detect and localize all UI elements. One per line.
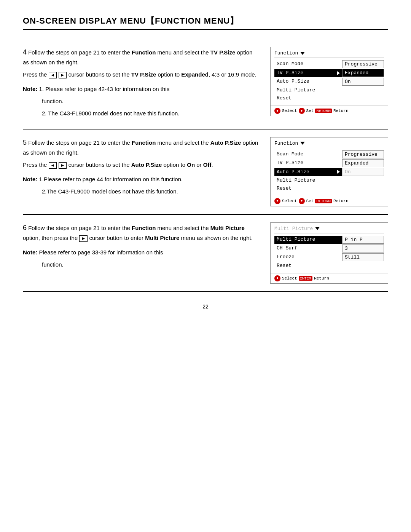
section-6-note: Note: Please refer to page 33-39 for inf… xyxy=(23,248,259,269)
menu-row: Auto P.Size On xyxy=(274,78,384,86)
menu-rows: Multi Picture P in P CH Surf 3 Freeze St… xyxy=(274,236,384,269)
section-5-menu: Function Scan Mode Progressive TV P.Size… xyxy=(270,137,388,206)
select-circle-icon: ● xyxy=(274,198,280,204)
return-label: Return xyxy=(314,276,329,281)
select-circle-icon: ● xyxy=(274,108,280,114)
menu-item-auto-psize: Auto P.Size xyxy=(274,168,342,176)
section-4-note: Note: 1. Please refer to page 42-43 for … xyxy=(23,85,259,118)
menu-arrow-down-icon xyxy=(300,142,305,145)
row-arrow-icon xyxy=(337,170,340,174)
menu-row: CH Surf 3 xyxy=(274,244,384,252)
menu-title: Function xyxy=(274,50,298,56)
menu-rows: Scan Mode Progressive TV P.Size Expanded… xyxy=(274,150,384,192)
section-4-menu: Function Scan Mode Progressive TV P.Size xyxy=(270,47,388,121)
menu-item-ch-surf: CH Surf xyxy=(274,244,342,252)
menu-rows: Scan Mode Progressive TV P.Size Expanded… xyxy=(274,60,384,102)
step-number: 4 xyxy=(23,48,27,56)
menu-value-on: On xyxy=(342,78,384,86)
menu-item-multi-picture: Multi Picture xyxy=(274,177,342,184)
return-label: Return xyxy=(333,109,349,113)
menu-item-scan-mode: Scan Mode xyxy=(274,150,342,158)
section-5-para1: 5 Follow the steps on page 21 to enter t… xyxy=(23,137,259,157)
menu-footer: ● Select ● Set RETURN Return xyxy=(271,105,388,116)
tv-menu-6: Multi Picture Multi Picture P in P CH Su… xyxy=(270,222,388,284)
menu-value-still: Still xyxy=(342,253,384,261)
menu-row: Reset xyxy=(274,94,384,102)
menu-row: TV P.Size Expanded xyxy=(274,69,384,77)
note-line2: 2.The C43-FL9000 model does not have thi… xyxy=(42,187,259,196)
menu-row: Multi Picture xyxy=(274,177,384,184)
select-label: Select xyxy=(282,276,297,281)
note-line1: Note: Please refer to page 33-39 for inf… xyxy=(23,248,259,257)
step-number: 5 xyxy=(23,139,27,146)
menu-arrow-down-icon xyxy=(300,52,305,55)
menu-row: Multi Picture P in P xyxy=(274,236,384,244)
set-label: Set xyxy=(306,199,314,203)
note-line1: Note: 1. Please refer to page 42-43 for … xyxy=(23,85,259,94)
cursor-right-btn: ► xyxy=(59,72,67,79)
section-4: 4 Follow the steps on page 21 to enter t… xyxy=(23,39,388,129)
section-4-para1: 4 Follow the steps on page 21 to enter t… xyxy=(23,47,259,67)
menu-value-empty xyxy=(342,94,384,102)
set-circle-icon: ● xyxy=(299,108,305,114)
menu-item-reset: Reset xyxy=(274,262,342,269)
menu-value-on-dimmed: On xyxy=(342,168,384,176)
set-label: Set xyxy=(306,109,314,113)
menu-item-tv-psize: TV P.Size xyxy=(274,69,342,77)
menu-row: Auto P.Size On xyxy=(274,168,384,176)
menu-item-reset: Reset xyxy=(274,94,342,102)
note-line3: 2. The C43-FL9000 model does not have th… xyxy=(42,109,259,118)
menu-value-empty xyxy=(342,262,384,269)
menu-value-expanded: Expanded xyxy=(342,159,384,167)
cursor-right-btn: ► xyxy=(59,162,67,169)
menu-title-row: Function xyxy=(274,50,384,58)
select-circle-icon: ● xyxy=(274,275,280,281)
tv-menu-5: Function Scan Mode Progressive TV P.Size… xyxy=(270,137,388,206)
menu-value-empty xyxy=(342,86,384,94)
section-5-note: Note: 1.Please refer to page 44 for info… xyxy=(23,175,259,196)
select-label: Select xyxy=(282,199,297,203)
menu-value-progressive: Progressive xyxy=(342,60,384,68)
section-5-para2: Press the ◄ ► cursor buttons to set the … xyxy=(23,160,259,169)
menu-row: Freeze Still xyxy=(274,253,384,261)
note-line2: function. xyxy=(42,260,259,269)
menu-title-row: Function xyxy=(274,141,384,148)
menu-item-tv-psize: TV P.Size xyxy=(274,159,342,167)
page-title: ON-SCREEN DISPLAY MENU【FUNCTION MENU】 xyxy=(23,15,388,30)
menu-value-3: 3 xyxy=(342,244,384,252)
section-4-text: 4 Follow the steps on page 21 to enter t… xyxy=(23,47,259,121)
set-circle-icon: ● xyxy=(299,198,305,204)
menu-title-row: Multi Picture xyxy=(274,226,384,233)
menu-item-scan-mode: Scan Mode xyxy=(274,60,342,68)
menu-item-multi-picture: Multi Picture xyxy=(274,86,342,94)
note-line1: Note: 1.Please refer to page 44 for info… xyxy=(23,175,259,184)
menu-item-multi-picture: Multi Picture xyxy=(274,236,342,244)
cursor-left-btn: ◄ xyxy=(49,72,57,79)
menu-value-pinp: P in P xyxy=(342,236,384,244)
menu-title-multi-picture: Multi Picture xyxy=(274,226,313,232)
page-number: 22 xyxy=(23,304,388,310)
row-arrow-icon xyxy=(337,71,340,75)
tv-menu-4: Function Scan Mode Progressive TV P.Size xyxy=(270,47,388,116)
menu-value-empty xyxy=(342,185,384,192)
section-4-para2: Press the ◄ ► cursor buttons to set the … xyxy=(23,70,259,79)
return-label: Return xyxy=(333,199,349,203)
menu-row: Scan Mode Progressive xyxy=(274,60,384,68)
select-label: Select xyxy=(282,109,297,113)
menu-row: Scan Mode Progressive xyxy=(274,150,384,158)
step-number: 6 xyxy=(23,224,27,232)
menu-row: TV P.Size Expanded xyxy=(274,159,384,167)
return-btn-icon: RETURN xyxy=(315,109,332,113)
menu-row: Reset xyxy=(274,185,384,192)
section-6-para1: 6 Follow the steps on page 21 to enter t… xyxy=(23,222,259,243)
menu-value-expanded: Expanded xyxy=(342,69,384,77)
menu-footer: ● Select ENTER Return xyxy=(271,273,388,283)
cursor-left-btn: ◄ xyxy=(49,162,57,169)
section-5-text: 5 Follow the steps on page 21 to enter t… xyxy=(23,137,259,206)
menu-item-reset: Reset xyxy=(274,185,342,192)
menu-footer: ● Select ● Set RETURN Return xyxy=(271,196,388,206)
menu-title: Function xyxy=(274,141,298,146)
menu-item-freeze: Freeze xyxy=(274,253,342,261)
menu-arrow-down-icon xyxy=(315,227,320,230)
enter-btn-icon: ENTER xyxy=(299,276,313,281)
